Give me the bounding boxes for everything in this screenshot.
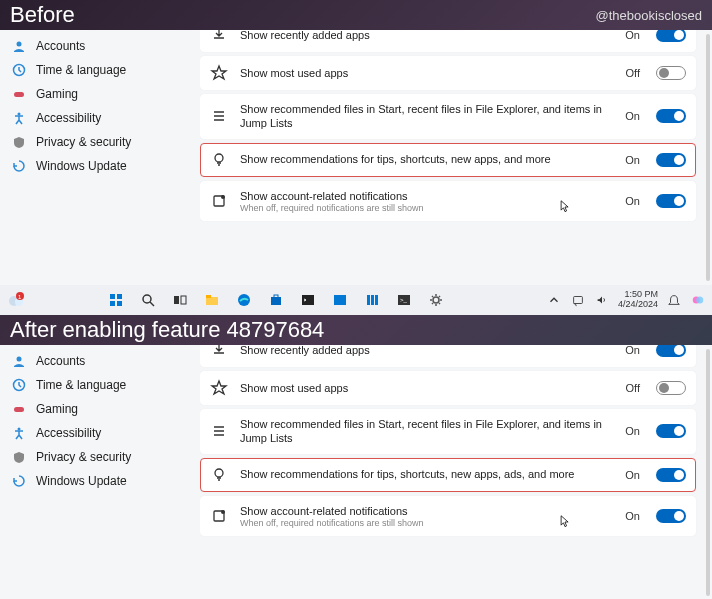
toggle-state-label: On — [625, 345, 640, 356]
setting-title: Show account-related notifications — [240, 189, 613, 203]
setting-title: Show recommendations for tips, shortcuts… — [240, 467, 613, 481]
sidebar-item-label: Accessibility — [36, 426, 101, 440]
taskbar-taskview-icon[interactable] — [172, 292, 188, 308]
sidebar-item-gaming[interactable]: Gaming — [0, 397, 200, 421]
svg-text:>_: >_ — [400, 297, 408, 303]
setting-text: Show recommended files in Start, recent … — [240, 102, 613, 131]
toggle-state-label: On — [625, 30, 640, 41]
panel-after: AccountsTime & languageGamingAccessibili… — [0, 345, 712, 599]
tray-chevron-icon[interactable] — [546, 292, 562, 308]
privacy-icon — [12, 450, 26, 464]
toggle-switch[interactable] — [656, 66, 686, 80]
update-icon — [12, 159, 26, 173]
toggle-switch[interactable] — [656, 424, 686, 438]
toggle-switch[interactable] — [656, 381, 686, 395]
taskbar-store-icon[interactable] — [268, 292, 284, 308]
setting-text: Show recently added apps — [240, 30, 613, 42]
settings-content: Show recently added appsOnShow most used… — [200, 345, 712, 599]
svg-rect-26 — [371, 295, 374, 305]
setting-text: Show recommendations for tips, shortcuts… — [240, 152, 613, 166]
sidebar-item-label: Time & language — [36, 63, 126, 77]
setting-row: Show account-related notificationsWhen o… — [200, 496, 696, 536]
toggle-state-label: On — [625, 425, 640, 437]
widgets-button[interactable]: 1 — [6, 290, 30, 310]
svg-rect-14 — [117, 301, 122, 306]
taskbar-cmd-icon[interactable]: >_ — [396, 292, 412, 308]
setting-text: Show recently added apps — [240, 345, 613, 357]
sidebar-item-time[interactable]: Time & language — [0, 58, 200, 82]
setting-title: Show recently added apps — [240, 30, 613, 42]
sidebar-item-accounts[interactable]: Accounts — [0, 34, 200, 58]
svg-rect-24 — [334, 295, 346, 305]
setting-text: Show account-related notificationsWhen o… — [240, 189, 613, 213]
sidebar-item-privacy[interactable]: Privacy & security — [0, 130, 200, 154]
svg-point-3 — [18, 113, 21, 116]
toggle-switch[interactable] — [656, 30, 686, 42]
gaming-icon — [12, 87, 26, 101]
caption-before-text: Before — [10, 2, 75, 28]
svg-rect-16 — [174, 296, 179, 304]
notif-icon — [210, 192, 228, 210]
credit: @thebookisclosed — [596, 8, 702, 23]
toggle-switch[interactable] — [656, 345, 686, 357]
toggle-switch[interactable] — [656, 194, 686, 208]
taskbar-clock[interactable]: 1:50 PM4/24/2024 — [618, 290, 658, 310]
sidebar-item-time[interactable]: Time & language — [0, 373, 200, 397]
setting-text: Show recommendations for tips, shortcuts… — [240, 467, 613, 481]
sidebar-item-privacy[interactable]: Privacy & security — [0, 445, 200, 469]
sidebar-item-gaming[interactable]: Gaming — [0, 82, 200, 106]
taskbar-bluetooth-icon[interactable] — [332, 292, 348, 308]
setting-title: Show most used apps — [240, 381, 614, 395]
svg-rect-2 — [14, 92, 24, 97]
taskbar-start-icon[interactable] — [108, 292, 124, 308]
setting-row: Show recommended files in Start, recent … — [200, 409, 696, 454]
list-icon — [210, 422, 228, 440]
sidebar-item-accessibility[interactable]: Accessibility — [0, 421, 200, 445]
taskbar-explorer-icon[interactable] — [204, 292, 220, 308]
star-icon — [210, 379, 228, 397]
toggle-switch[interactable] — [656, 468, 686, 482]
sidebar-item-accounts[interactable]: Accounts — [0, 349, 200, 373]
notif-icon — [210, 507, 228, 525]
update-icon — [12, 474, 26, 488]
toggle-state-label: On — [625, 469, 640, 481]
copilot-icon[interactable] — [690, 292, 706, 308]
setting-title: Show recently added apps — [240, 345, 613, 357]
taskbar-tray: 1:50 PM4/24/2024 — [546, 290, 706, 310]
taskbar-search-icon[interactable] — [140, 292, 156, 308]
sidebar-item-label: Privacy & security — [36, 135, 131, 149]
scrollbar[interactable] — [706, 349, 710, 596]
setting-text: Show recommended files in Start, recent … — [240, 417, 613, 446]
accounts-icon — [12, 354, 26, 368]
taskbar-settings-icon[interactable] — [428, 292, 444, 308]
taskbar-edge-icon[interactable] — [236, 292, 252, 308]
sidebar-item-update[interactable]: Windows Update — [0, 154, 200, 178]
sidebar-item-accessibility[interactable]: Accessibility — [0, 106, 200, 130]
toggle-state-label: On — [625, 154, 640, 166]
taskbar-tasks-icon[interactable] — [364, 292, 380, 308]
setting-text: Show most used apps — [240, 66, 614, 80]
sidebar-item-label: Privacy & security — [36, 450, 131, 464]
settings-content: Show recently added appsOnShow most used… — [200, 30, 712, 285]
sidebar-item-label: Windows Update — [36, 474, 127, 488]
time-icon — [12, 378, 26, 392]
toggle-switch[interactable] — [656, 109, 686, 123]
gaming-icon — [12, 402, 26, 416]
scrollbar[interactable] — [706, 34, 710, 281]
tray-sound-icon[interactable] — [594, 292, 610, 308]
sidebar-item-update[interactable]: Windows Update — [0, 469, 200, 493]
svg-rect-19 — [206, 295, 211, 298]
setting-row: Show recently added appsOn — [200, 345, 696, 367]
notifications-icon[interactable] — [666, 292, 682, 308]
setting-title: Show most used apps — [240, 66, 614, 80]
time-icon — [12, 63, 26, 77]
toggle-switch[interactable] — [656, 153, 686, 167]
setting-subtitle: When off, required notifications are sti… — [240, 518, 613, 528]
svg-rect-11 — [110, 294, 115, 299]
taskbar-terminal-icon[interactable] — [300, 292, 316, 308]
toggle-switch[interactable] — [656, 509, 686, 523]
accessibility-icon — [12, 111, 26, 125]
tray-cast-icon[interactable] — [570, 292, 586, 308]
sidebar-item-label: Gaming — [36, 87, 78, 101]
toggle-state-label: On — [625, 110, 640, 122]
